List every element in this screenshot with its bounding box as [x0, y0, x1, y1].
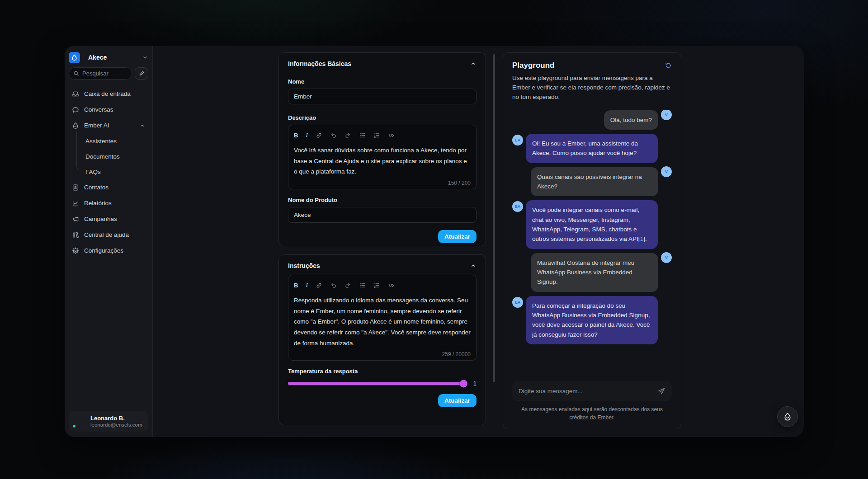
- user-name: Leonardo B.: [90, 415, 142, 422]
- megaphone-icon: [72, 216, 79, 223]
- instructions-editor[interactable]: B I Responda utilizando o idioma das men…: [288, 275, 476, 361]
- ordered-list-icon[interactable]: [373, 282, 380, 289]
- chat-message-user: Olá, tudo bem? V: [512, 110, 672, 130]
- message-text: ].: [643, 235, 647, 242]
- sidebar-item-label: Central de ajuda: [84, 231, 129, 238]
- chat-message-assistant: EA Oi! Eu sou a Ember, uma assistente da…: [512, 134, 672, 163]
- undo-icon[interactable]: [330, 132, 337, 139]
- bullet-list-icon[interactable]: [359, 282, 366, 289]
- chat-messages: Olá, tudo bem? V EA Oi! Eu sou a Ember, …: [512, 110, 672, 381]
- playground-panel: Playground Use este playground para envi…: [503, 52, 681, 429]
- code-icon[interactable]: [388, 132, 395, 139]
- sidebar-item-label: Contatos: [84, 184, 108, 191]
- chat-message-user: Maravilha! Gostaria de integrar meu What…: [512, 253, 672, 292]
- link-icon[interactable]: [316, 282, 322, 289]
- workspace-switcher[interactable]: Akece: [69, 51, 148, 64]
- search-input[interactable]: [69, 67, 132, 80]
- redo-icon[interactable]: [344, 282, 351, 289]
- refresh-icon[interactable]: [665, 62, 672, 69]
- library-book-icon: [72, 231, 79, 239]
- collapse-chevron-up-icon[interactable]: [470, 61, 476, 67]
- undo-icon[interactable]: [330, 282, 337, 289]
- message-bubble: Quais canais são possíveis integrar na A…: [531, 167, 658, 197]
- online-status-dot: [72, 424, 76, 428]
- chart-line-icon: [72, 200, 79, 207]
- chat-message-assistant: EA Para começar a integração do seu What…: [512, 296, 672, 344]
- instructions-text[interactable]: Responda utilizando o idioma das mensage…: [294, 295, 471, 348]
- description-text[interactable]: Você irá sanar dúvidas sobre como funcio…: [294, 145, 471, 177]
- sidebar-item-reports[interactable]: Relatórios: [69, 195, 148, 211]
- product-name-field[interactable]: [288, 207, 476, 223]
- chat-message-user: Quais canais são possíveis integrar na A…: [512, 167, 672, 197]
- user-profile[interactable]: Leonardo B. leonardo@ensels.com: [69, 411, 148, 432]
- ember-flame-icon: [72, 122, 79, 129]
- temperature-slider[interactable]: [288, 382, 467, 385]
- sidebar-item-label: Ember AI: [84, 122, 109, 129]
- bullet-list-icon[interactable]: [359, 132, 366, 139]
- assistant-avatar-badge: EA: [512, 201, 523, 212]
- user-avatar-badge: V: [661, 252, 672, 263]
- ember-flame-icon: [783, 412, 792, 421]
- sidebar-item-ember-ai[interactable]: Ember AI: [69, 117, 148, 133]
- collapse-chevron-up-icon[interactable]: [470, 263, 476, 269]
- search-field[interactable]: [82, 70, 127, 77]
- message-bubble: Para começar a integração do seu WhatsAp…: [526, 296, 658, 344]
- ember-ai-subtree: Assistentes Documentos FAQs: [69, 133, 148, 179]
- app-window: Akece Caixa de e: [65, 46, 804, 437]
- sidebar: Akece Caixa de e: [65, 46, 153, 437]
- citation-link[interactable]: 1: [640, 235, 644, 242]
- sidebar-item-inbox[interactable]: Caixa de entrada: [69, 86, 148, 102]
- link-icon[interactable]: [316, 132, 322, 139]
- instructions-counter: 259 / 20000: [294, 351, 471, 357]
- user-email: leonardo@ensels.com: [90, 422, 142, 427]
- chevron-down-icon[interactable]: [142, 54, 148, 61]
- message-bubble: Oi! Eu sou a Ember, uma assistente da Ak…: [526, 134, 658, 163]
- italic-button[interactable]: I: [306, 131, 307, 139]
- sidebar-item-campaigns[interactable]: Campanhas: [69, 211, 148, 227]
- chevron-up-icon: [140, 123, 145, 128]
- sidebar-item-contacts[interactable]: Contatos: [69, 179, 148, 195]
- bold-button[interactable]: B: [294, 282, 298, 289]
- message-bubble: Olá, tudo bem?: [604, 110, 658, 130]
- description-label: Descrição: [288, 114, 476, 121]
- bold-button[interactable]: B: [294, 132, 298, 139]
- description-editor[interactable]: B I Você irá sanar dúvidas sobre como fu…: [288, 125, 476, 189]
- compose-button[interactable]: [135, 67, 148, 80]
- gear-icon: [72, 247, 79, 254]
- assistant-avatar-badge: EA: [512, 135, 523, 146]
- message-bubble: Maravilha! Gostaria de integrar meu What…: [531, 253, 658, 292]
- sidebar-item-conversations[interactable]: Conversas: [69, 102, 148, 117]
- basic-info-title: Informações Básicas: [288, 60, 351, 67]
- product-name-label: Nome do Produto: [288, 197, 476, 203]
- scrollbar[interactable]: [493, 54, 495, 382]
- ember-assistant-fab[interactable]: [777, 406, 798, 427]
- message-input-box[interactable]: [512, 381, 672, 401]
- contact-card-icon: [72, 184, 79, 191]
- ordered-list-icon[interactable]: [373, 132, 380, 139]
- message-input[interactable]: [519, 388, 653, 394]
- update-instructions-button[interactable]: Atualizar: [438, 394, 476, 407]
- send-icon[interactable]: [658, 387, 665, 395]
- sidebar-item-label: Caixa de entrada: [84, 90, 131, 97]
- update-basic-info-button[interactable]: Atualizar: [438, 230, 476, 243]
- akece-logo-icon: [69, 52, 80, 63]
- italic-button[interactable]: I: [306, 282, 307, 289]
- user-avatar-badge: V: [661, 110, 672, 120]
- basic-info-card: Informações Básicas Nome Descrição B I: [278, 52, 486, 246]
- sidebar-item-label: Documentos: [85, 153, 120, 160]
- sidebar-item-settings[interactable]: Configurações: [69, 243, 148, 258]
- user-avatar-badge: V: [661, 166, 672, 177]
- name-label: Nome: [288, 78, 476, 85]
- credits-disclaimer: As mensagens enviadas aqui serão descont…: [512, 405, 672, 422]
- code-icon[interactable]: [388, 282, 395, 289]
- sidebar-item-help-center[interactable]: Central de ajuda: [69, 227, 148, 243]
- sidebar-item-label: Configurações: [84, 247, 123, 254]
- pencil-icon: [139, 70, 145, 76]
- name-field[interactable]: [288, 89, 476, 104]
- sidebar-item-label: Relatórios: [84, 200, 112, 207]
- redo-icon[interactable]: [344, 132, 351, 139]
- description-counter: 150 / 200: [294, 180, 471, 186]
- chat-message-assistant: EA Você pode integrar canais como e-mail…: [512, 200, 672, 249]
- slider-thumb[interactable]: [460, 380, 467, 387]
- temperature-value: 1: [472, 380, 476, 387]
